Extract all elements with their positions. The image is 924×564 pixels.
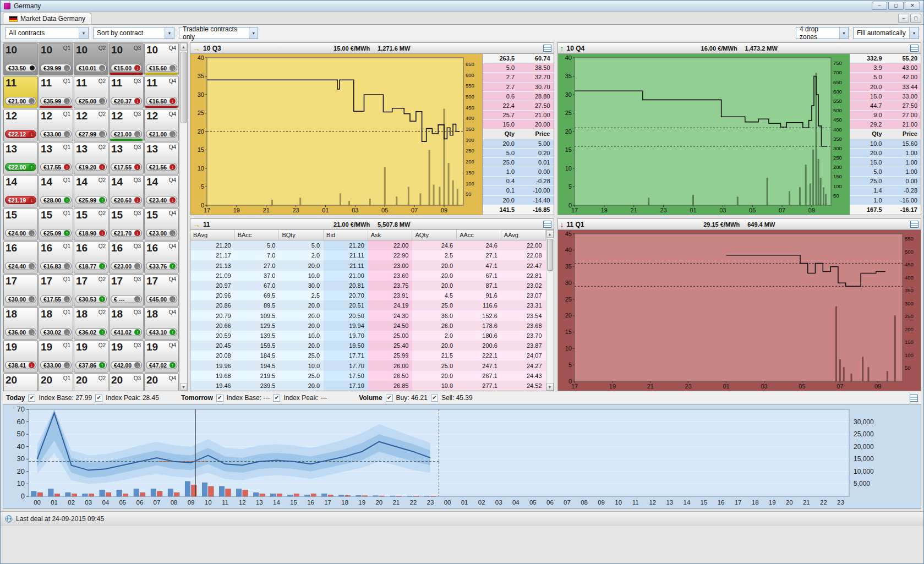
ladder-bid-row[interactable]: 25.00.01 [483, 158, 554, 167]
contract-tile-10-q4[interactable]: 10Q4€15.60→ [144, 43, 179, 75]
scrollbar-thumb[interactable] [547, 239, 553, 271]
depth-table-row[interactable]: 21.177.02.021.1122.902.527.122.08 [190, 250, 546, 260]
ladder-ask-row[interactable]: 22.427.50 [483, 101, 554, 111]
depth-table-row[interactable]: 21.205.05.021.2022.0024.624.622.00 [190, 240, 546, 250]
child-restore-icon[interactable]: ◻ [910, 14, 921, 23]
depth-table-row[interactable]: 20.66129.520.019.9424.5026.0178.623.68 [190, 321, 546, 331]
contract-tile-19[interactable]: 19€38.41↓ [3, 340, 38, 373]
contract-tile-12-q4[interactable]: 12Q4€21.00→ [144, 109, 179, 141]
contract-tile-13-q2[interactable]: 13Q2€19.20↓ [74, 142, 108, 174]
contract-tile-19-q3[interactable]: 19Q3€42.00→ [109, 340, 144, 373]
contract-tile-17-q1[interactable]: 17Q1€17.55→ [39, 274, 73, 306]
ladder-ask-row[interactable]: 9.027.00 [850, 111, 921, 120]
contract-tile-11-q2[interactable]: 11Q2€25.00→ [74, 76, 108, 108]
sort-dropdown[interactable]: Sort by contract ▼ [93, 27, 174, 39]
depth-table-row[interactable]: 20.59139.510.019.7025.002.0180.623.70 [190, 331, 546, 341]
ladder-ask-row[interactable]: 5.042.00 [850, 73, 921, 82]
ladder-bid-row[interactable]: 20.0-14.40 [483, 196, 554, 205]
drop-zones-dropdown[interactable]: 4 drop zones ▼ [796, 27, 849, 39]
zone-header[interactable]: ↑ 10 Q4 16.00 €/MWh1,473.2 MW [557, 42, 922, 53]
contract-tile-15[interactable]: 15€24.00→ [3, 208, 38, 240]
contract-tile-14-q2[interactable]: 14Q2€25.99↑ [74, 175, 108, 207]
child-minimize-icon[interactable]: – [898, 14, 909, 23]
depth-table-row[interactable]: 20.45159.520.019.5025.4020.0200.623.87 [190, 341, 546, 351]
contract-tile-17-q3[interactable]: 17Q3€ ---→ [109, 274, 144, 306]
chart-view-icon[interactable] [910, 395, 918, 402]
checkbox-tomorrow-index-peak[interactable]: ✔ [273, 395, 280, 402]
contract-tile-19-q4[interactable]: 19Q4€47.02↑ [144, 340, 179, 373]
ladder-ask-row[interactable]: 15.020.00 [483, 120, 554, 129]
depth-table-row[interactable]: 20.79109.520.020.5024.3036.0152.623.54 [190, 310, 546, 320]
contract-tile-18-q3[interactable]: 18Q3€41.02↑ [109, 307, 144, 340]
chart-view-icon[interactable] [910, 45, 918, 52]
contract-tile-15-q4[interactable]: 15Q4€23.00→ [144, 208, 179, 240]
contract-tile-11-q3[interactable]: 11Q3€20.37↓ [109, 76, 144, 108]
contract-tile-19-q1[interactable]: 19Q1€33.00→ [39, 340, 73, 373]
scroll-up-icon[interactable]: ▲ [180, 43, 187, 51]
contract-tile-10-q1[interactable]: 10Q1€39.99→ [39, 43, 73, 75]
contract-tile-20-q1[interactable]: 20Q1 [39, 373, 73, 391]
contract-tile-10-q2[interactable]: 10Q2€10.01→ [74, 43, 108, 75]
contract-tile-18[interactable]: 18€36.00→ [3, 307, 38, 340]
contract-tile-12-q2[interactable]: 12Q2€27.99→ [74, 109, 108, 141]
contract-tile-13-q3[interactable]: 13Q3€17.55↓ [109, 142, 144, 174]
checkbox-tomorrow-index-base[interactable]: ✔ [216, 395, 223, 402]
zone-header[interactable]: ↓ 11 Q1 29.15 €/MWh649.4 MW [557, 218, 922, 229]
chart-view-icon[interactable] [543, 45, 551, 52]
contracts-scrollbar[interactable]: ▲ ▼ [179, 43, 187, 391]
ladder-bid-row[interactable]: 20.01.00 [850, 149, 921, 158]
checkbox-volume-buy[interactable]: ✔ [386, 395, 393, 402]
ladder-bid-row[interactable]: 20.05.00 [483, 139, 554, 149]
price-history-chart[interactable]: 0510152025303540501001502002503003504004… [558, 54, 850, 215]
contract-tile-20-q4[interactable]: 20Q4 [144, 373, 179, 391]
contract-tile-11-q4[interactable]: 11Q4€16.50↓ [144, 76, 179, 108]
hourly-index-chart[interactable]: 01020304050607030,00025,00020,00015,0001… [3, 404, 921, 509]
checkbox-today-index-peak[interactable]: ✔ [95, 395, 102, 402]
contract-tile-11[interactable]: 11€21.00→ [3, 76, 38, 108]
contract-tile-20-q3[interactable]: 20Q3 [109, 373, 144, 391]
contract-tile-17[interactable]: 17€30.00→ [3, 274, 38, 306]
contract-tile-20-q2[interactable]: 20Q2 [74, 373, 108, 391]
column-header-bid[interactable]: Bid [324, 230, 368, 240]
contract-tile-13-q1[interactable]: 13Q1€17.55↓ [39, 142, 73, 174]
scrollbar-thumb[interactable] [181, 52, 187, 123]
contract-tile-17-q4[interactable]: 17Q4€45.00→ [144, 274, 179, 306]
ladder-ask-row[interactable]: 3.943.00 [850, 63, 921, 73]
tradable-filter-dropdown[interactable]: Tradable contracts only ▼ [179, 27, 258, 39]
ladder-ask-row[interactable]: 25.721.00 [483, 111, 554, 120]
table-scrollbar[interactable]: ▲ ▼ [546, 230, 554, 391]
contract-tile-10-q3[interactable]: 10Q3€15.00↓ [109, 43, 144, 75]
contract-tile-16-q3[interactable]: 16Q3€23.00→ [109, 241, 144, 273]
table-view-icon[interactable] [543, 221, 551, 228]
contract-tile-17-q2[interactable]: 17Q2€30.53↑ [74, 274, 108, 306]
contracts-filter-dropdown[interactable]: All contracts ▼ [5, 27, 89, 39]
restore-icon[interactable]: ◻ [888, 2, 904, 10]
ladder-bid-row[interactable]: 1.0-16.00 [850, 196, 921, 205]
ladder-ask-row[interactable]: 0.628.80 [483, 92, 554, 101]
close-icon[interactable]: ✕ [905, 2, 920, 10]
contract-tile-13-q4[interactable]: 13Q4€21.56↓ [144, 142, 179, 174]
column-header-bavg[interactable]: BAvg [190, 230, 235, 240]
column-header-aqty[interactable]: AQty [412, 230, 457, 240]
depth-table-row[interactable]: 19.96194.510.017.7026.0025.0247.124.27 [190, 360, 546, 370]
contract-tile-11-q1[interactable]: 11Q1€35.99→ [39, 76, 73, 108]
contract-tile-15-q3[interactable]: 15Q3€21.70↓ [109, 208, 144, 240]
ladder-bid-row[interactable]: 15.01.00 [850, 158, 921, 167]
contract-tile-15-q1[interactable]: 15Q1€25.09↑ [39, 208, 73, 240]
depth-table-row[interactable]: 20.9669.52.520.7023.914.591.623.07 [190, 291, 546, 300]
ladder-ask-row[interactable]: 29.221.00 [850, 120, 921, 129]
depth-table-row[interactable]: 19.46239.520.017.1026.8510.0277.124.52 [190, 381, 546, 391]
column-header-ask[interactable]: Ask [368, 230, 413, 240]
contract-tile-12-q1[interactable]: 12Q1€33.00→ [39, 109, 73, 141]
depth-table-row[interactable]: 20.9767.030.020.8123.7520.087.123.02 [190, 281, 546, 291]
chart-view-icon[interactable] [910, 221, 918, 228]
contract-tile-19-q2[interactable]: 19Q2€37.86↑ [74, 340, 108, 373]
ladder-bid-row[interactable]: 5.00.20 [483, 149, 554, 158]
zone-header[interactable]: → 11 21.00 €/MWh5,507.8 MW [190, 218, 554, 229]
price-history-chart[interactable]: 0510152025303540455010015020025030035040… [558, 230, 921, 391]
scroll-down-icon[interactable]: ▼ [180, 383, 187, 391]
contract-tile-10[interactable]: 10€33.50 [3, 43, 38, 75]
column-header-aavg[interactable]: AAvg [501, 230, 546, 240]
ladder-bid-row[interactable]: 5.01.00 [850, 167, 921, 177]
contract-tile-16[interactable]: 16€24.40→ [3, 241, 38, 273]
